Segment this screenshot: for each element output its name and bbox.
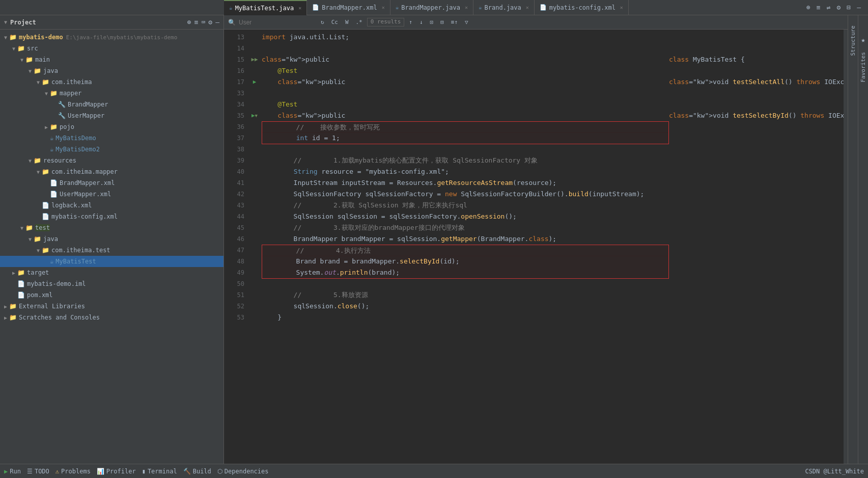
navigate-forward-icon[interactable]: ≡: [815, 3, 823, 12]
tree-item[interactable]: ☕MyBatisDemo2: [0, 144, 223, 155]
tree-item[interactable]: ▼📁resources: [0, 155, 223, 166]
gutter-item: [249, 121, 260, 132]
file-icon: 📄: [42, 202, 49, 209]
toggle-btn[interactable]: ≡↑: [449, 18, 460, 26]
run-button[interactable]: ▶ Run: [4, 468, 21, 475]
terminal-button[interactable]: ▮ Terminal: [142, 468, 177, 475]
tab-mybatis-config[interactable]: 📄mybatis-config.xml✕: [535, 0, 629, 15]
line-number: 46: [224, 233, 244, 245]
bookmark-icon[interactable]: ★: [861, 36, 865, 44]
tree-item-path: E:\java-file\mybatis\mybatis-demo: [66, 34, 178, 41]
gutter-item: [249, 289, 260, 301]
tree-item[interactable]: ▶📁target: [0, 267, 223, 278]
whole-word-btn[interactable]: W: [343, 18, 351, 26]
code-line: System.out.println(brand);: [262, 267, 844, 278]
tree-item[interactable]: ▶📁External Libraries: [0, 301, 223, 312]
tab-brand-java[interactable]: ☕Brand.java✕: [473, 0, 535, 15]
gutter-item: [249, 88, 260, 99]
gutter-item: [249, 200, 260, 211]
tab-close-brandmapper-xml[interactable]: ✕: [382, 5, 385, 10]
tree-item[interactable]: ▶📁Scratches and Consoles: [0, 312, 223, 323]
tab-mybatistest[interactable]: ☕MyBatisTest.java✕: [224, 0, 307, 15]
layout-icon[interactable]: ⊟: [845, 3, 853, 12]
gutter-item: [249, 312, 260, 323]
case-sensitive-btn[interactable]: Cc: [329, 18, 341, 26]
gutter-item: [249, 267, 260, 278]
tree-item[interactable]: 🔧BrandMapper: [0, 99, 223, 110]
tree-item[interactable]: ▼📁test: [0, 222, 223, 233]
tree-item[interactable]: ☕MyBatisTest: [0, 256, 223, 267]
tab-close-mybatis-config[interactable]: ✕: [620, 5, 623, 10]
project-icon-2[interactable]: ≡: [194, 18, 199, 26]
todo-button[interactable]: ☰ TODO: [27, 468, 49, 475]
next-result-btn[interactable]: ↓: [417, 18, 426, 26]
tree-item[interactable]: ▼📁src: [0, 43, 223, 54]
run-fold-icon[interactable]: ▶: [251, 110, 255, 121]
profiler-icon: 📊: [97, 468, 104, 475]
split-icon[interactable]: –: [855, 3, 863, 12]
file-icon: 📁: [42, 78, 49, 86]
bookmarks-icon[interactable]: ⇌: [825, 3, 833, 12]
tree-item[interactable]: ▼📁com.itheima.mapper: [0, 166, 223, 177]
file-icon: 📁: [42, 247, 49, 254]
tree-item[interactable]: 📄mybatis-config.xml: [0, 211, 223, 222]
tree-item[interactable]: ▶📁pojo: [0, 121, 223, 132]
tree-item-label: java: [43, 67, 58, 74]
run-icon: ▶: [4, 468, 8, 475]
gutter-item: [249, 43, 260, 54]
project-icon-1[interactable]: ⊕: [187, 18, 191, 26]
prev-result-btn[interactable]: ↑: [406, 18, 415, 26]
tab-close-brand-java[interactable]: ✕: [526, 5, 529, 10]
project-icon-4[interactable]: ⚙: [208, 18, 212, 26]
tree-item[interactable]: ▼📁java: [0, 65, 223, 76]
settings-icon[interactable]: ⚙: [835, 3, 843, 12]
code-line: [262, 144, 844, 155]
navigate-back-icon[interactable]: ⊕: [804, 3, 813, 12]
line-number: 13: [224, 32, 244, 43]
problems-button[interactable]: ⚠ Problems: [55, 468, 91, 475]
replace-icon[interactable]: ↻: [318, 18, 327, 26]
project-icon-5[interactable]: –: [215, 18, 219, 26]
code-line: int id = 1;: [262, 132, 844, 144]
code-line: SqlSessionFactory sqlSessionFactory = ne…: [262, 189, 844, 200]
tree-item[interactable]: 📄logback.xml: [0, 200, 223, 211]
multi-line-btn[interactable]: ⊡: [428, 18, 436, 26]
tree-item[interactable]: ▼📁main: [0, 54, 223, 65]
tree-item[interactable]: ▼📁java: [0, 233, 223, 245]
tab-brandmapper-java[interactable]: ☕BrandMapper.java✕: [390, 0, 473, 15]
tree-item[interactable]: ▼📁mybatis-demoE:\java-file\mybatis\mybat…: [0, 32, 223, 43]
build-button[interactable]: 🔨 Build: [183, 468, 211, 475]
status-bar: ▶ Run ☰ TODO ⚠ Problems 📊 Profiler ▮ Ter…: [0, 464, 868, 478]
tab-label-mybatis-config: mybatis-config.xml: [549, 4, 615, 11]
tab-brandmapper-xml[interactable]: 📄BrandMapper.xml✕: [307, 0, 390, 15]
tree-item[interactable]: 🔧UserMapper: [0, 110, 223, 121]
code-content[interactable]: 1314151617333435363738394041424344454647…: [224, 30, 848, 464]
line-number: 48: [224, 256, 244, 267]
favorites-icon[interactable]: Favorites: [860, 52, 866, 83]
file-icon: 📁: [9, 314, 17, 321]
project-icon-3[interactable]: ⌨: [202, 18, 206, 26]
tree-item[interactable]: 📄UserMapper.xml: [0, 189, 223, 200]
tree-item[interactable]: 📄mybatis-demo.iml: [0, 278, 223, 289]
tree-item[interactable]: ▼📁com.itheima.test: [0, 245, 223, 256]
run-double-icon[interactable]: ▶▶: [251, 54, 258, 65]
tab-close-brandmapper-java[interactable]: ✕: [465, 5, 468, 10]
tree-item[interactable]: 📄BrandMapper.xml: [0, 177, 223, 189]
structure-label[interactable]: Structure: [850, 25, 856, 56]
tree-item[interactable]: ▼📁com.itheima: [0, 76, 223, 88]
profiler-button[interactable]: 📊 Profiler: [97, 468, 136, 475]
tree-item[interactable]: ▼📁mapper: [0, 88, 223, 99]
extra-filter-icon[interactable]: ▽: [462, 18, 471, 26]
run-icon[interactable]: ▶: [253, 76, 257, 88]
file-icon: ☕: [50, 258, 53, 265]
scrollbar-vertical[interactable]: [844, 30, 848, 464]
code-lines: import java.util.List;class="kw">public …: [260, 30, 844, 464]
regex-btn[interactable]: .*: [353, 18, 365, 26]
problems-icon: ⚠: [55, 468, 59, 475]
dependencies-button[interactable]: ⬡ Dependencies: [217, 468, 269, 475]
filter-btn[interactable]: ⊟: [438, 18, 446, 26]
search-input[interactable]: [239, 19, 315, 26]
tab-close-mybatistest[interactable]: ✕: [298, 5, 301, 11]
tree-item[interactable]: ☕MyBatisDemo: [0, 132, 223, 144]
tree-item[interactable]: 📄pom.xml: [0, 289, 223, 301]
